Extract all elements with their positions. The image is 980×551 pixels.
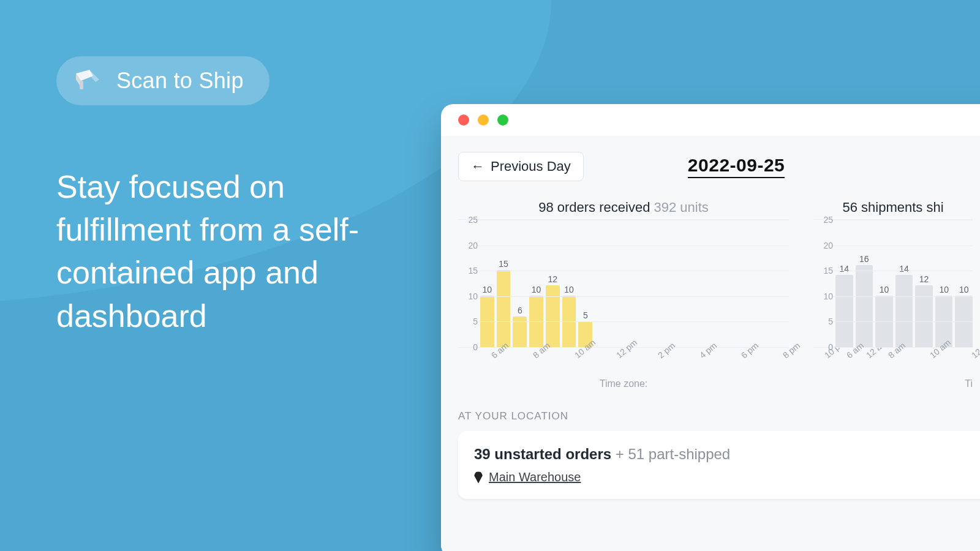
location-name[interactable]: Main Warehouse (489, 470, 581, 484)
marketing-headline: Stay focused on fulfillment from a self-… (56, 165, 399, 337)
chart-bar: 12 (915, 274, 933, 347)
close-icon[interactable] (458, 114, 469, 126)
chart-bar: 10 (875, 285, 893, 347)
app-badge-label: Scan to Ship (116, 68, 244, 94)
orders-chart-title: 98 orders received 392 units (458, 200, 789, 216)
chart-bar: 14 (835, 264, 853, 347)
chart-bar: 12 (546, 274, 560, 347)
chart-bar: 16 (856, 254, 873, 347)
timezone-label-short: Ti (813, 378, 973, 389)
window-titlebar (441, 104, 980, 136)
at-your-location-label: AT YOUR LOCATION (441, 389, 980, 431)
previous-day-label: Previous Day (491, 159, 571, 174)
arrow-left-icon: ← (471, 160, 484, 173)
app-badge: Scan to Ship (56, 56, 270, 105)
orders-chart-xaxis: 6 am8 am10 am12 pm2 pm4 pm6 pm8 pm10 pm1… (480, 348, 789, 376)
orders-chart-yaxis: 0510152025 (458, 220, 478, 347)
chart-bar: 6 (513, 305, 527, 347)
shipments-chart-plot: 14161014121010 (835, 220, 973, 347)
minimize-icon[interactable] (478, 114, 489, 126)
shipments-chart-title: 56 shipments shi (813, 200, 973, 216)
chart-bar: 10 (529, 285, 543, 347)
app-window: ← Previous Day 2022-09-25 98 orders rece… (441, 104, 980, 551)
svg-rect-0 (80, 81, 83, 89)
scanner-icon (72, 67, 99, 94)
timezone-label: Time zone: (458, 378, 789, 389)
chart-bar: 10 (562, 285, 576, 347)
shipments-chart-xaxis: 6 am8 am10 am12 pm (835, 348, 973, 376)
orders-chart: 98 orders received 392 units 0510152025 … (458, 200, 789, 389)
shipments-chart: 56 shipments shi 0510152025 141610141210… (813, 200, 973, 389)
location-card: 39 unstarted orders + 51 part-shipped Ma… (458, 431, 980, 499)
location-pin-icon (474, 471, 483, 484)
unstarted-orders-line: 39 unstarted orders + 51 part-shipped (474, 446, 980, 463)
chart-bar: 14 (895, 264, 913, 347)
orders-chart-plot: 101561012105 (480, 220, 789, 347)
chart-bar: 15 (497, 259, 511, 347)
previous-day-button[interactable]: ← Previous Day (458, 152, 584, 181)
shipments-chart-yaxis: 0510152025 (813, 220, 833, 347)
chart-bar: 10 (935, 285, 953, 347)
chart-bar: 10 (480, 285, 494, 347)
chart-bar: 10 (955, 285, 973, 347)
zoom-icon[interactable] (497, 114, 508, 126)
current-date[interactable]: 2022-09-25 (688, 155, 785, 178)
